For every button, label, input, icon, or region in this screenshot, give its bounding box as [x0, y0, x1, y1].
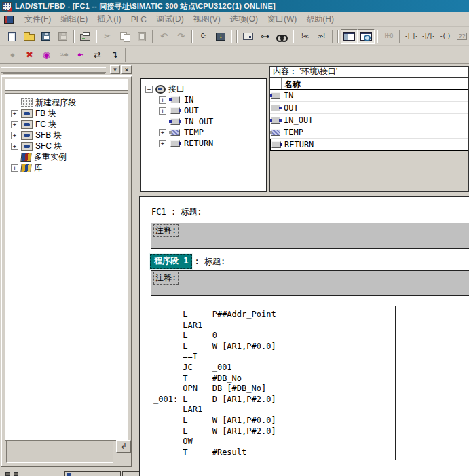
copy-button[interactable]	[116, 29, 133, 44]
work-area: ▼ × 新建程序段 + FB 块 + FC	[0, 64, 469, 476]
step-over-button[interactable]: ≫●	[55, 48, 72, 62]
interface-row-return[interactable]: + RETURN	[141, 138, 266, 149]
interface-row-out[interactable]: + OUT	[141, 105, 266, 116]
menu-edit[interactable]: 编辑(E)	[56, 12, 92, 26]
cut-icon: ✂	[104, 32, 111, 41]
new-file-button[interactable]	[3, 29, 20, 44]
comment-label[interactable]: 注释:	[154, 272, 178, 284]
tree-item-multi-instance[interactable]: 多重实例	[5, 151, 128, 162]
overview-toggle-button[interactable]	[341, 29, 358, 44]
comment-label[interactable]: 注释:	[154, 225, 178, 236]
detail-view-toggle-button[interactable]	[358, 29, 375, 44]
print-button[interactable]	[77, 29, 94, 44]
interface-row-in[interactable]: + IN	[141, 94, 266, 105]
toolbar-separator	[191, 30, 193, 43]
expand-icon[interactable]: +	[159, 96, 166, 104]
menu-debug[interactable]: 调试(D)	[151, 12, 189, 26]
menu-help[interactable]: 帮助(H)	[301, 12, 339, 26]
new-network-button[interactable]: HHO	[380, 29, 397, 44]
menu-insert[interactable]: 插入(I)	[92, 12, 126, 26]
overview-close-button[interactable]: ×	[121, 65, 132, 74]
normally-closed-contact-icon: -|/|-	[421, 34, 434, 39]
download-button[interactable]	[212, 29, 229, 44]
param-inout-icon	[271, 117, 280, 124]
tree-item-libraries[interactable]: + 库	[5, 162, 128, 173]
menu-plc[interactable]: PLC	[126, 14, 151, 26]
table-row-temp[interactable]: TEMP	[270, 126, 468, 139]
tree-item-fb-blocks[interactable]: + FB 块	[5, 108, 128, 119]
monitor-button[interactable]	[274, 29, 290, 44]
param-temp-icon	[271, 129, 280, 136]
next-error-button[interactable]: ≫!	[313, 29, 330, 44]
call-structure-button[interactable]: C∷	[195, 29, 212, 44]
delete-breakpoint-button[interactable]: ✖	[21, 48, 38, 62]
overview-dropdown-button[interactable]: ▼	[110, 65, 120, 74]
collapse-icon[interactable]: −	[145, 86, 153, 93]
expand-icon[interactable]: +	[159, 107, 166, 115]
contact-no-button[interactable]: -| |-	[402, 29, 419, 44]
tree-item-label: 多重实例	[34, 151, 67, 163]
save-button[interactable]	[54, 29, 71, 44]
interface-row-temp[interactable]: + TEMP	[141, 127, 266, 138]
open-file-button[interactable]	[20, 29, 37, 44]
param-out-icon	[170, 107, 180, 114]
network-title-line: 程序段 1 : 标题:	[150, 254, 225, 269]
goto-element-button[interactable]: ↲	[116, 440, 131, 453]
connection-button[interactable]: ⊶	[257, 29, 274, 44]
paste-button[interactable]	[133, 29, 150, 44]
drag-gripper[interactable]	[1, 67, 106, 73]
table-row-in[interactable]: IN	[270, 90, 468, 102]
tree-item-new-network[interactable]: 新建程序段	[5, 97, 128, 108]
download-icon	[216, 33, 225, 41]
empty-box-button[interactable]: ??	[453, 29, 469, 44]
menu-window[interactable]: 窗口(W)	[263, 12, 301, 26]
table-row-return[interactable]: RETURN	[270, 139, 468, 151]
menu-options[interactable]: 选项(O)	[225, 12, 263, 26]
address-monitor-button[interactable]	[240, 29, 257, 44]
expand-icon[interactable]: +	[159, 129, 166, 136]
resume-icon: ⇄	[94, 50, 101, 59]
tree-item-fc-blocks[interactable]: + FC 块	[5, 119, 128, 130]
resume-button[interactable]: ⇄	[89, 48, 106, 62]
step-into-button[interactable]: ●→	[72, 48, 89, 62]
coil-button[interactable]: -( )	[436, 29, 453, 44]
param-label: TEMP	[184, 128, 204, 137]
paste-icon	[138, 32, 146, 41]
expand-icon[interactable]: +	[11, 110, 18, 117]
overview-drag-bar[interactable]: ▼ ×	[1, 65, 132, 74]
expand-icon[interactable]: +	[11, 143, 18, 150]
stop-button[interactable]: ●	[4, 48, 21, 62]
expand-icon[interactable]: +	[159, 140, 166, 147]
set-breakpoint-button[interactable]: ◉	[38, 48, 55, 62]
child-window-system-icon[interactable]	[4, 16, 14, 24]
cut-button[interactable]: ✂	[99, 29, 116, 44]
interface-root-row[interactable]: − 接口	[141, 84, 266, 94]
open-online-button[interactable]	[37, 29, 54, 44]
program-elements-panel: 新建程序段 + FB 块 + FC 块 + SFB 块	[1, 75, 132, 467]
contact-nc-button[interactable]: -|/|-	[419, 29, 436, 44]
menu-file[interactable]: 文件(F)	[20, 12, 56, 26]
expand-icon[interactable]: +	[11, 121, 18, 128]
expand-icon[interactable]: +	[11, 164, 18, 172]
stl-code[interactable]: L P##Addr_Point LAR1 L 0 L W [AR1,P#0.0]…	[153, 310, 395, 458]
call-environment-button[interactable]: ↴	[106, 48, 123, 62]
expand-icon[interactable]: +	[11, 132, 18, 139]
tree-item-label: SFB 块	[35, 130, 62, 141]
interface-row-inout[interactable]: IN_OUT	[141, 116, 266, 127]
previous-error-button[interactable]: !≪	[296, 29, 313, 44]
network-number-chip[interactable]: 程序段 1	[150, 254, 192, 269]
block-title-line[interactable]: FC1 : 标题:	[151, 206, 202, 218]
tree-item-sfb-blocks[interactable]: + SFB 块	[5, 130, 128, 141]
undo-button[interactable]: ↶	[155, 29, 172, 44]
stl-code-box[interactable]: L P##Addr_Point LAR1 L 0 L W [AR1,P#0.0]…	[151, 306, 396, 460]
redo-button[interactable]: ↷	[172, 29, 189, 44]
tree-item-sfc-blocks[interactable]: + SFC 块	[5, 141, 128, 151]
table-row-out[interactable]: OUT	[270, 102, 468, 114]
menu-view[interactable]: 视图(V)	[189, 12, 225, 26]
data-block-icon	[243, 33, 253, 40]
table-row-inout[interactable]: IN_OUT	[270, 114, 468, 126]
block-comment-box[interactable]: 注释:	[151, 223, 469, 249]
next-error-icon: ≫!	[318, 34, 325, 39]
network-comment-box[interactable]: 注释:	[151, 270, 469, 296]
network-title-suffix[interactable]: : 标题:	[194, 256, 225, 268]
